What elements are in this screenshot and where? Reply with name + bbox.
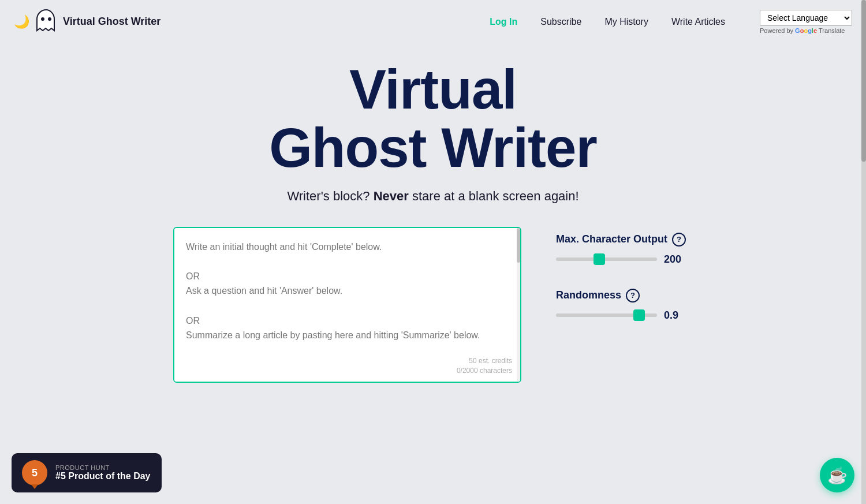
subscribe-link[interactable]: Subscribe [540,17,581,27]
moon-icon: 🌙 [14,14,29,29]
credits-info: 50 est. credits 0/2000 characters [457,356,512,376]
input-area: 50 est. credits 0/2000 characters [173,227,521,383]
login-link[interactable]: Log In [490,17,517,27]
hero-subtitle: Writer's block? Never stare at a blank s… [287,189,578,204]
header: 🌙 Virtual Ghost Writer Log In Subscribe … [0,0,866,43]
main-nav: Log In Subscribe My History Write Articl… [490,10,852,34]
randomness-label-row: Randomness ? [556,289,693,303]
google-logo: Google [795,27,817,34]
randomness-help-icon[interactable]: ? [626,289,640,303]
coffee-icon: ☕ [827,466,848,485]
hero-title: Virtual Ghost Writer [269,61,597,177]
randomness-slider-row: 0.9 [556,309,693,322]
my-history-link[interactable]: My History [604,17,648,27]
svg-point-1 [48,17,51,21]
max-char-label: Max. Character Output [556,233,667,245]
max-char-control: Max. Character Output ? 200 [556,233,693,266]
randomness-slider-track [556,313,657,317]
randomness-label: Randomness [556,289,621,301]
language-select[interactable]: Select Language [760,10,852,26]
translate-area: Select Language Powered by Google Transl… [760,10,852,34]
ph-label: Product Hunt [55,464,150,471]
svg-point-0 [41,17,44,21]
coffee-button[interactable]: ☕ [820,458,854,492]
logo-link[interactable]: 🌙 Virtual Ghost Writer [14,9,160,35]
ph-rank: #5 Product of the Day [55,471,150,481]
max-char-help-icon[interactable]: ? [672,233,686,247]
est-credits: 50 est. credits [457,356,512,366]
main-content: Virtual Ghost Writer Writer's block? Nev… [0,43,866,406]
ph-medal-ribbon [31,484,38,489]
max-char-slider-row: 200 [556,253,693,266]
powered-by-prefix: Powered by [760,27,793,34]
hero-title-line2: Ghost Writer [269,117,597,178]
right-controls: Max. Character Output ? 200 Randomness ? [556,227,693,322]
textarea-scrollbar[interactable] [517,228,520,382]
powered-by-text: Powered by Google Translate [760,27,845,34]
ph-number: 5 [32,467,38,479]
max-char-slider-thumb[interactable] [593,253,605,265]
max-char-value: 200 [664,253,693,266]
max-char-slider-track [556,257,657,261]
scrollbar-thumb[interactable] [861,0,866,162]
textarea-scrollbar-thumb[interactable] [517,228,520,263]
translate-label: Translate [819,27,845,34]
randomness-slider-thumb[interactable] [633,309,645,321]
ph-medal: 5 [22,460,47,486]
write-articles-link[interactable]: Write Articles [671,17,725,27]
hero-title-line1: Virtual [349,58,517,120]
page-scrollbar[interactable] [861,0,866,504]
product-hunt-badge[interactable]: 5 Product Hunt #5 Product of the Day [12,453,162,492]
subtitle-prefix: Writer's block? [287,189,369,203]
randomness-value: 0.9 [664,309,693,322]
max-char-label-row: Max. Character Output ? [556,233,693,247]
char-count: 0/2000 characters [457,366,512,376]
subtitle-suffix: stare at a blank screen again! [412,189,579,203]
content-row: 50 est. credits 0/2000 characters Max. C… [173,227,693,383]
logo-text: Virtual Ghost Writer [63,16,160,28]
subtitle-bold: Never [374,189,409,203]
ph-text: Product Hunt #5 Product of the Day [55,464,150,481]
randomness-control: Randomness ? 0.9 [556,289,693,322]
ghost-logo-icon [35,9,57,35]
